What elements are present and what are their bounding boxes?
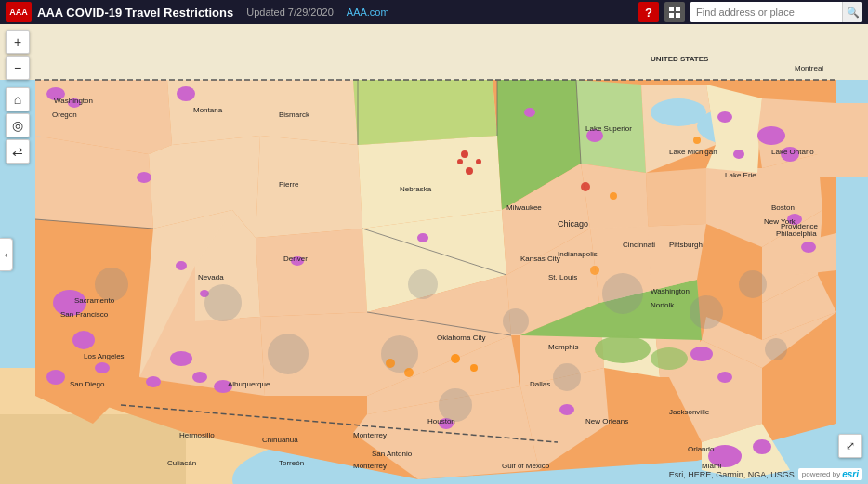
svg-text:Milwaukee: Milwaukee	[506, 203, 542, 212]
attribution-text: Esri, HERE, Garmin, NGA, USGS	[669, 470, 795, 479]
help-button[interactable]: ?	[638, 2, 659, 22]
svg-point-83	[717, 372, 732, 383]
svg-point-77	[801, 242, 816, 253]
svg-point-71	[417, 233, 428, 242]
svg-point-73	[717, 111, 732, 123]
swap-button[interactable]: ⇄	[6, 139, 30, 164]
svg-text:Montana: Montana	[193, 106, 223, 114]
svg-point-62	[137, 172, 151, 183]
svg-point-114	[610, 192, 617, 200]
svg-text:Torreón: Torreón	[279, 459, 304, 467]
svg-text:Boston: Boston	[771, 203, 795, 212]
svg-point-61	[177, 86, 195, 101]
svg-text:Nevada: Nevada	[198, 273, 224, 281]
svg-point-58	[95, 362, 110, 373]
svg-text:Pittsburgh: Pittsburgh	[669, 241, 703, 249]
map-attribution: Esri, HERE, Garmin, NGA, USGS powered by…	[669, 468, 862, 480]
logo-text: AAA	[9, 8, 28, 17]
svg-text:Kansas City: Kansas City	[520, 255, 560, 263]
svg-text:Chicago: Chicago	[558, 219, 588, 229]
svg-point-96	[765, 338, 787, 360]
svg-text:Sacramento: Sacramento	[74, 296, 115, 305]
esri-logo-box: powered by esri	[798, 468, 862, 480]
svg-point-39	[651, 98, 706, 126]
svg-marker-17	[256, 229, 367, 317]
svg-point-109	[461, 150, 468, 158]
app-title: AAA COVID-19 Travel Restrictions	[37, 6, 233, 20]
svg-point-84	[524, 108, 535, 117]
search-input[interactable]	[690, 2, 842, 22]
map-svg: Chicago Milwaukee Boston Providence New …	[0, 24, 868, 484]
search-button[interactable]: 🔍	[842, 2, 862, 22]
svg-text:Dallas: Dallas	[530, 380, 550, 388]
map-container[interactable]: Chicago Milwaukee Boston Providence New …	[0, 24, 868, 484]
svg-point-86	[595, 335, 651, 363]
powered-by-text: powered by	[802, 470, 840, 478]
svg-point-110	[476, 159, 481, 164]
locate-icon: ◎	[12, 118, 23, 133]
svg-text:Washington: Washington	[54, 97, 93, 105]
zoom-out-button[interactable]: −	[6, 56, 30, 80]
svg-point-112	[457, 159, 463, 164]
app-header: AAA AAA COVID-19 Travel Restrictions Upd…	[0, 0, 868, 24]
svg-text:New Orleans: New Orleans	[585, 417, 628, 425]
svg-point-81	[559, 404, 574, 415]
svg-point-67	[192, 372, 207, 383]
svg-text:Montreal: Montreal	[795, 64, 823, 72]
svg-point-80	[753, 439, 771, 454]
svg-text:Indianapolis: Indianapolis	[558, 250, 598, 258]
svg-text:Philadelphia: Philadelphia	[776, 229, 817, 238]
svg-point-107	[451, 354, 460, 363]
svg-text:Cincinnati: Cincinnati	[623, 241, 655, 249]
svg-point-97	[553, 363, 581, 391]
svg-point-56	[72, 331, 95, 349]
svg-rect-5	[0, 24, 868, 80]
aaa-url: AAA.com	[347, 7, 389, 18]
svg-text:Culiacán: Culiacán	[167, 459, 196, 467]
collapse-panel-button[interactable]: ‹	[0, 238, 13, 271]
svg-rect-1	[676, 7, 680, 11]
svg-text:San Antonio: San Antonio	[372, 450, 413, 458]
svg-rect-7	[0, 414, 186, 484]
svg-point-94	[690, 295, 723, 329]
svg-text:Lake Michigan: Lake Michigan	[669, 148, 717, 156]
svg-text:Oklahoma City: Oklahoma City	[437, 334, 485, 342]
svg-point-93	[602, 273, 643, 314]
expand-button[interactable]: ⤢	[838, 434, 862, 458]
svg-point-108	[470, 364, 478, 372]
svg-point-115	[590, 266, 599, 275]
svg-text:Bismarck: Bismarck	[279, 111, 310, 119]
aaa-logo: AAA	[6, 2, 32, 22]
svg-point-63	[176, 261, 187, 270]
svg-text:Jacksonville: Jacksonville	[669, 408, 710, 416]
svg-text:Hermosillo: Hermosillo	[179, 431, 215, 439]
svg-text:San Diego: San Diego	[70, 380, 105, 388]
svg-point-57	[46, 370, 65, 385]
svg-text:Chihuahua: Chihuahua	[262, 436, 298, 444]
home-button[interactable]: ⌂	[6, 87, 30, 111]
svg-text:UNITED STATES: UNITED STATES	[651, 55, 709, 63]
svg-text:Nebraska: Nebraska	[400, 185, 432, 193]
svg-point-111	[466, 167, 473, 175]
svg-text:Lake Ontario: Lake Ontario	[771, 148, 814, 156]
zoom-in-button[interactable]: +	[6, 30, 30, 54]
svg-point-75	[757, 126, 785, 145]
svg-text:Orlando: Orlando	[688, 445, 715, 453]
svg-text:Lake Erie: Lake Erie	[725, 171, 756, 179]
svg-marker-43	[706, 85, 762, 173]
svg-text:Gulf of Mexico: Gulf of Mexico	[502, 462, 550, 470]
svg-marker-16	[256, 136, 362, 238]
locate-button[interactable]: ◎	[6, 113, 30, 137]
svg-text:Washington: Washington	[651, 287, 690, 295]
svg-text:Monterrey: Monterrey	[353, 462, 387, 470]
grid-icon	[669, 7, 680, 18]
svg-point-95	[739, 270, 767, 298]
svg-rect-2	[669, 13, 674, 18]
svg-text:Denver: Denver	[283, 255, 308, 263]
left-toolbar: + − ⌂ ◎ ⇄	[6, 30, 30, 164]
svg-text:Memphis: Memphis	[548, 343, 578, 351]
svg-text:Oregon: Oregon	[52, 111, 77, 119]
collapse-arrow-icon: ‹	[5, 249, 8, 260]
updated-date: Updated 7/29/2020	[246, 7, 334, 18]
grid-button[interactable]	[664, 2, 685, 22]
